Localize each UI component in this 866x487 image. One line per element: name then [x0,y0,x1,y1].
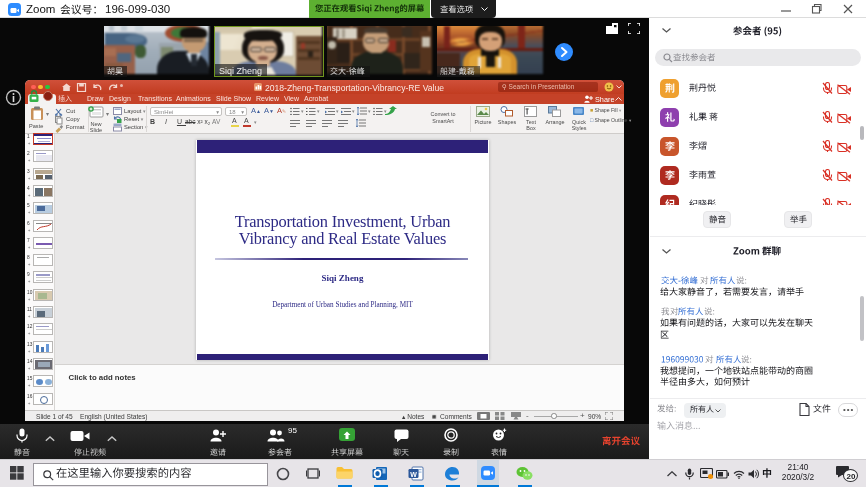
svg-text:W: W [410,470,417,477]
